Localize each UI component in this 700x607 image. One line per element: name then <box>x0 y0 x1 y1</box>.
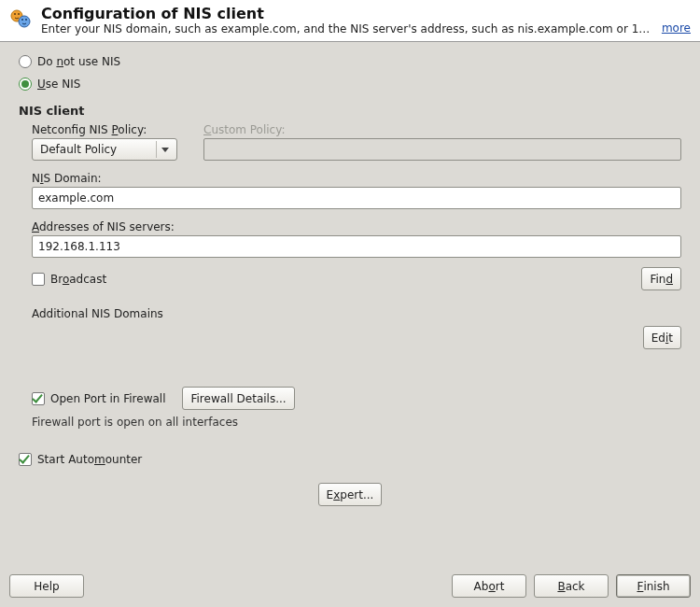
chevron-down-icon <box>156 141 173 158</box>
finish-button[interactable]: Finish <box>616 574 691 598</box>
input-custom-policy <box>203 138 681 161</box>
radio-icon-selected <box>19 78 32 91</box>
firewall-status: Firewall port is open on all interfaces <box>32 416 681 429</box>
input-nis-addresses[interactable] <box>32 235 681 258</box>
svg-point-4 <box>21 19 23 21</box>
radio-label: Do not use NIS <box>37 55 120 68</box>
svg-point-3 <box>19 16 30 27</box>
page-title: Configuration of NIS client <box>41 6 651 22</box>
radio-icon <box>19 55 32 68</box>
radio-do-not-use-nis[interactable]: Do not use NIS <box>19 55 681 68</box>
checkbox-icon <box>32 273 45 286</box>
firewall-details-button[interactable]: Firewall Details... <box>182 387 294 410</box>
more-link[interactable]: more <box>662 21 691 35</box>
checkbox-open-firewall[interactable]: Open Port in Firewall <box>32 392 165 405</box>
section-title-nis-client: NIS client <box>19 104 681 118</box>
footer: Help Abort Back Finish <box>0 565 700 607</box>
label-nis-domain: NIS Domain: <box>32 172 681 185</box>
checkbox-label: Broadcast <box>50 273 106 286</box>
radio-use-nis[interactable]: Use NIS <box>19 78 681 91</box>
page-subtitle: Enter your NIS domain, such as example.c… <box>41 22 651 35</box>
checkbox-icon-checked <box>19 453 32 466</box>
radio-label: Use NIS <box>37 78 80 91</box>
app-icon <box>7 6 34 32</box>
checkbox-label: Open Port in Firewall <box>50 392 165 405</box>
find-button[interactable]: Find <box>641 267 681 290</box>
abort-button[interactable]: Abort <box>452 574 526 598</box>
svg-point-2 <box>18 13 20 15</box>
checkbox-automounter[interactable]: Start Automounter <box>19 453 681 466</box>
label-custom-policy: Custom Policy: <box>203 123 681 136</box>
help-button[interactable]: Help <box>9 574 84 598</box>
label-netconfig-policy: Netconfig NIS Policy: <box>32 123 181 136</box>
svg-point-5 <box>25 19 27 21</box>
input-nis-domain[interactable] <box>32 187 681 209</box>
svg-point-1 <box>14 13 16 15</box>
expert-button[interactable]: Expert... <box>318 483 383 506</box>
select-value: Default Policy <box>40 143 117 156</box>
label-additional-domains: Additional NIS Domains <box>32 307 681 320</box>
header: Configuration of NIS client Enter your N… <box>0 0 700 42</box>
edit-button[interactable]: Edit <box>643 326 681 349</box>
back-button[interactable]: Back <box>534 574 609 598</box>
checkbox-icon-checked <box>32 392 45 405</box>
checkbox-label: Start Automounter <box>37 453 142 466</box>
select-netconfig-policy[interactable]: Default Policy <box>32 138 177 161</box>
label-nis-addresses: Addresses of NIS servers: <box>32 220 681 233</box>
checkbox-broadcast[interactable]: Broadcast <box>32 273 106 286</box>
